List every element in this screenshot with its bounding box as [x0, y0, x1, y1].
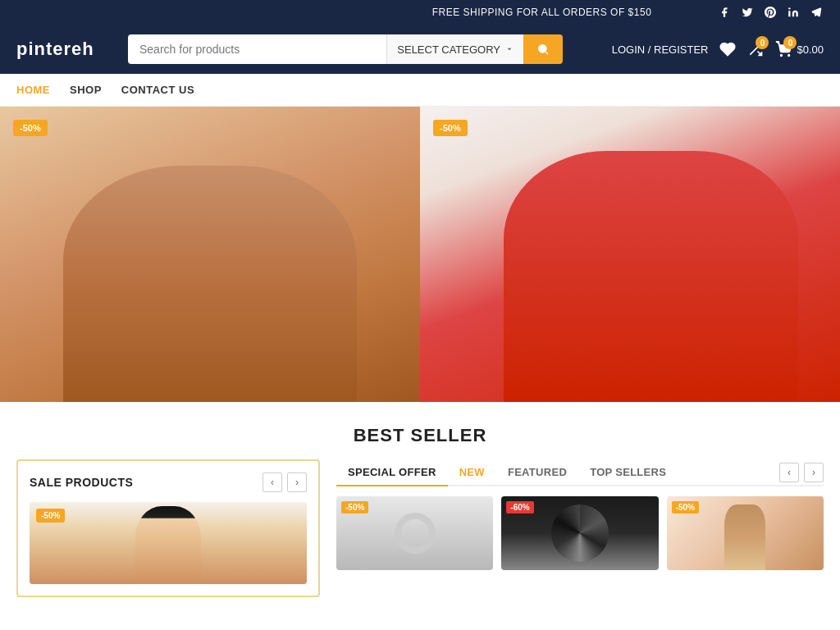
heart-icon	[719, 41, 736, 57]
tab-top-sellers[interactable]: TOP SELLERS	[578, 459, 678, 485]
svg-line-2	[546, 52, 548, 54]
search-bar: SELECT CATEGORY	[128, 34, 563, 64]
sale-prev-button[interactable]: ‹	[262, 472, 282, 492]
search-input[interactable]	[128, 34, 386, 64]
hero-left-badge: -50%	[13, 120, 48, 136]
tab-featured[interactable]: FEATURED	[496, 459, 578, 485]
linkedin-icon[interactable]	[786, 5, 801, 20]
main-nav: HOME SHOP CONTACT US	[0, 74, 840, 107]
hero-right: -50%	[420, 107, 840, 402]
offer-prev-button[interactable]: ‹	[779, 463, 799, 482]
ring-product-shape	[395, 513, 436, 554]
header: pintereh SELECT CATEGORY LOGIN / REGISTE…	[0, 25, 840, 74]
svg-point-1	[538, 44, 547, 53]
nav-shop[interactable]: SHOP	[70, 84, 102, 96]
svg-point-0	[788, 7, 790, 9]
nav-contact[interactable]: CONTACT US	[121, 84, 194, 96]
cart-badge: 0	[783, 36, 797, 49]
facebook-icon[interactable]	[717, 5, 732, 20]
svg-point-6	[788, 55, 790, 57]
login-register-link[interactable]: LOGIN / REGISTER	[612, 43, 709, 56]
offer-product-1-badge: -50%	[341, 501, 368, 514]
search-button[interactable]	[523, 34, 563, 64]
sale-product-badge: -50%	[36, 509, 65, 523]
hero-right-badge: -50%	[433, 120, 468, 136]
banner-text: FREE SHIPPING FOR ALL ORDERS OF $150	[367, 7, 717, 18]
model-product-shape	[724, 504, 765, 570]
sale-products-box: SALE PRODUCTS ‹ › -50%	[16, 459, 320, 597]
offer-product-2-badge: -60%	[506, 501, 533, 514]
category-label: SELECT CATEGORY	[397, 43, 500, 56]
offer-product-1: -50%	[336, 496, 493, 570]
search-icon	[536, 43, 550, 56]
svg-point-5	[781, 55, 783, 57]
sale-products-header: SALE PRODUCTS ‹ ›	[30, 472, 307, 492]
sale-product-image: -50%	[30, 502, 307, 584]
compare-button[interactable]: 0	[747, 41, 764, 57]
offer-product-2: -60%	[501, 496, 658, 570]
offer-product-3: -50%	[667, 496, 824, 570]
offer-product-3-badge: -50%	[672, 501, 699, 514]
compare-badge: 0	[756, 36, 769, 49]
header-right: LOGIN / REGISTER 0 0 $0.00	[612, 41, 824, 57]
special-offer-header: SPECIAL OFFER NEW FEATURED TOP SELLERS ‹…	[336, 459, 824, 486]
sale-model-figure	[135, 506, 201, 584]
offer-products: -50% -60% -50%	[336, 496, 824, 570]
tab-special-offer[interactable]: SPECIAL OFFER	[336, 459, 448, 486]
sale-products-arrows: ‹ ›	[262, 472, 307, 492]
offer-product-1-image: -50%	[336, 496, 493, 570]
telegram-icon[interactable]	[809, 5, 824, 20]
hero-section: -50% -50%	[0, 107, 840, 402]
special-offer-box: SPECIAL OFFER NEW FEATURED TOP SELLERS ‹…	[336, 459, 824, 597]
logo[interactable]: pintereh	[16, 39, 115, 60]
top-banner: FREE SHIPPING FOR ALL ORDERS OF $150	[0, 0, 840, 25]
sale-next-button[interactable]: ›	[287, 472, 307, 492]
offer-product-2-image: -60%	[501, 496, 658, 570]
offer-next-button[interactable]: ›	[804, 463, 824, 482]
cart-amount: $0.00	[797, 43, 824, 56]
offer-arrows: ‹ ›	[779, 463, 824, 482]
social-icons	[717, 5, 824, 20]
hero-right-image	[420, 107, 840, 402]
best-seller-section: BEST SELLER	[0, 402, 840, 459]
hero-left: -50%	[0, 107, 420, 402]
category-dropdown[interactable]: SELECT CATEGORY	[386, 34, 523, 64]
twitter-icon[interactable]	[740, 5, 755, 20]
sale-products-title: SALE PRODUCTS	[30, 476, 133, 489]
chevron-down-icon	[505, 45, 514, 53]
products-section: SALE PRODUCTS ‹ › -50% SPECIAL OFFER NEW…	[0, 459, 840, 614]
best-seller-title: BEST SELLER	[0, 425, 840, 446]
nav-home[interactable]: HOME	[16, 84, 50, 96]
offer-product-3-image: -50%	[667, 496, 824, 570]
fan-product-shape	[551, 504, 609, 562]
cart-button[interactable]: 0 $0.00	[775, 41, 824, 57]
tab-new[interactable]: NEW	[448, 459, 496, 485]
wishlist-button[interactable]	[719, 41, 736, 57]
hero-left-image	[0, 107, 420, 402]
pinterest-icon[interactable]	[763, 5, 778, 20]
